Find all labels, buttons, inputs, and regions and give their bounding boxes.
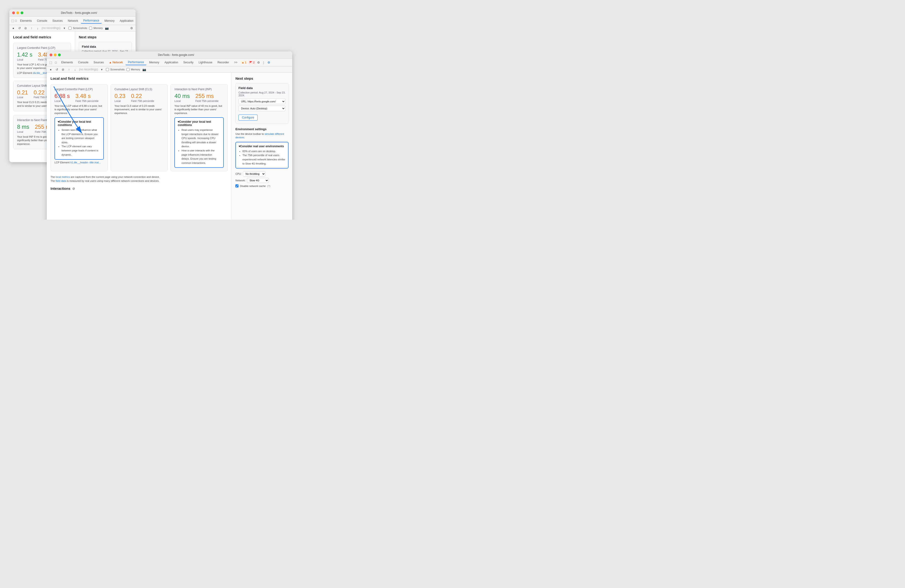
front-lcp-element-link[interactable]: h1.tile__header--title.mai...	[70, 161, 101, 164]
front-metrics-row: Largest Contentful Paint (LCP) 6.88 s Lo…	[51, 84, 228, 171]
front-disable-cache-checkbox[interactable]	[235, 184, 238, 187]
back-tab-memory[interactable]: Memory	[102, 18, 117, 23]
front-tab-performance[interactable]: Performance	[125, 60, 146, 65]
front-settings2-icon[interactable]: ⚙	[267, 60, 271, 65]
minimize-button-front[interactable]	[54, 54, 57, 56]
front-lcp-local-value: 6.88 s	[54, 93, 70, 100]
front-inp-consider-title: ▾Consider your local test conditions	[178, 120, 221, 127]
front-error-badge: 🚩 2	[248, 61, 256, 64]
front-inp-field-value: 255 ms	[195, 93, 219, 100]
front-no-recordings: (no recordings)	[79, 68, 98, 71]
back-dropdown-icon[interactable]: ▾	[62, 26, 67, 30]
front-network-select[interactable]: No throttling Slow 4G Fast 3G	[247, 178, 269, 183]
front-device-icon[interactable]: □	[54, 60, 58, 65]
back-record-icon[interactable]: ●	[11, 26, 16, 30]
front-configure-button[interactable]: Configure	[238, 114, 258, 120]
front-cls-field-group: 0.22 Field 75th percentile	[131, 93, 154, 102]
back-tab-sources[interactable]: Sources	[50, 18, 65, 23]
back-download-icon[interactable]: ↓	[35, 26, 40, 30]
maximize-button-front[interactable]	[58, 54, 61, 56]
front-record-icon[interactable]: ●	[49, 67, 53, 71]
back-lcp-title: Largest Contentful Paint (LCP)	[17, 46, 67, 49]
front-tab-console[interactable]: Console	[76, 60, 91, 65]
maximize-button-back[interactable]	[21, 11, 23, 14]
back-upload-icon[interactable]: ↑	[29, 26, 34, 30]
back-inp-local-value: 8 ms	[17, 124, 29, 130]
front-url-select[interactable]: URL: https://fonts.google.com/	[238, 98, 286, 104]
front-download-icon[interactable]: ↓	[73, 67, 77, 71]
front-tab-more[interactable]: >>	[232, 60, 240, 65]
front-more-icon[interactable]: ⋮	[262, 60, 266, 65]
front-field-note: The local metrics are captured from the …	[51, 175, 228, 183]
back-section-title: Local and field metrics	[13, 35, 71, 39]
front-clear-icon[interactable]: ⊘	[61, 67, 65, 71]
front-consider-real-item-0: 83% of users are on desktop.	[243, 149, 285, 154]
minimize-button-back[interactable]	[16, 11, 19, 14]
front-refresh-icon[interactable]: ↺	[55, 67, 59, 71]
front-inp-consider-item-1: How a user interacts with the page influ…	[181, 149, 221, 165]
front-dropdown-icon[interactable]: ▾	[100, 67, 104, 71]
front-tab-sources[interactable]: Sources	[91, 60, 106, 65]
front-inp-field-label: Field 75th percentile	[195, 100, 219, 102]
back-screenshots-label[interactable]: Screenshots	[68, 27, 87, 30]
back-memory-checkbox[interactable]	[89, 27, 92, 30]
front-consider-real-title: ▾Consider real user environments	[239, 145, 285, 148]
front-consider-real-item-1: The 75th percentile of real users experi…	[243, 153, 285, 166]
front-screenshots-label[interactable]: Screenshots	[106, 68, 125, 71]
device-icon[interactable]: □	[15, 19, 17, 23]
front-cls-title: Cumulative Layout Shift (CLS)	[114, 88, 164, 91]
back-screenshots-checkbox[interactable]	[68, 27, 71, 30]
front-upload-icon[interactable]: ↑	[67, 67, 71, 71]
front-cls-local-value: 0.23	[114, 93, 125, 100]
back-capture-icon[interactable]: 📷	[105, 26, 109, 30]
back-clear-icon[interactable]: ⊘	[23, 26, 28, 30]
front-tab-recorder[interactable]: Recorder	[215, 60, 231, 65]
front-inp-local-label: Local	[175, 100, 190, 102]
back-refresh-icon[interactable]: ↺	[17, 26, 22, 30]
front-memory-checkbox[interactable]	[127, 68, 130, 71]
front-lcp-values: 6.88 s Local 3.48 s Field 75th percentil…	[54, 93, 104, 102]
front-cls-field-label: Field 75th percentile	[131, 100, 154, 102]
front-tab-lighthouse[interactable]: Lighthouse	[196, 60, 214, 65]
front-local-metrics-link[interactable]: local metrics	[56, 176, 70, 178]
inspect-icon[interactable]: ⬚	[11, 19, 14, 23]
front-inspect-icon[interactable]: ⬚	[49, 60, 53, 65]
front-field-data-period: Collection period: Aug 27, 2024 - Sep 23…	[238, 91, 286, 97]
front-tab-security[interactable]: Security	[181, 60, 196, 65]
front-consider-real-users: ▾Consider real user environments 83% of …	[235, 142, 289, 168]
front-lcp-local-group: 6.88 s Local	[54, 93, 70, 102]
front-device-select[interactable]: Device: Auto (Desktop)	[238, 106, 286, 111]
front-side-panel: Next steps Field data Collection period:…	[232, 73, 292, 220]
front-cpu-select[interactable]: No throttling 2x slowdown 4x slowdown 6x…	[243, 171, 265, 176]
front-settings-icon[interactable]: ⚙	[256, 60, 261, 65]
front-tab-application[interactable]: Application	[162, 60, 181, 65]
front-inp-local-group: 40 ms Local	[175, 93, 190, 102]
close-button-front[interactable]	[49, 54, 52, 56]
back-settings2-icon[interactable]: ⚙	[130, 26, 134, 30]
front-lcp-field-group: 3.48 s Field 75th percentile	[75, 93, 98, 102]
back-nav-tabs: Elements Console Sources Network Perform…	[18, 18, 136, 24]
front-window-title: DevTools - fonts.google.com/	[63, 53, 289, 57]
back-tab-network[interactable]: Network	[65, 18, 81, 23]
back-tab-performance[interactable]: Performance	[81, 18, 102, 24]
back-title-bar: DevTools - fonts.google.com/	[10, 10, 136, 17]
front-recording-bar: ● ↺ ⊘ ↑ ↓ (no recordings) ▾ Screenshots …	[47, 67, 292, 73]
front-network-label: Network:	[235, 179, 246, 182]
front-tab-elements[interactable]: Elements	[59, 60, 75, 65]
front-tab-network[interactable]: ▲ Network	[106, 60, 125, 65]
back-memory-label[interactable]: Memory	[89, 27, 103, 30]
front-screenshots-checkbox[interactable]	[106, 68, 109, 71]
back-tab-application[interactable]: Application	[117, 18, 136, 23]
front-memory-label[interactable]: Memory	[127, 68, 140, 71]
back-tab-elements[interactable]: Elements	[18, 18, 34, 23]
close-button-back[interactable]	[12, 11, 15, 14]
front-cls-local-group: 0.23 Local	[114, 93, 125, 102]
front-tab-memory[interactable]: Memory	[147, 60, 162, 65]
back-tab-console[interactable]: Console	[35, 18, 49, 23]
back-cls-local-group: 0.21 Local	[17, 89, 28, 99]
front-warning-badge: ▲ 1	[241, 61, 247, 64]
front-field-data-link[interactable]: field data	[56, 179, 66, 182]
front-capture-icon[interactable]: 📷	[142, 67, 146, 71]
front-lcp-desc: Your local LCP value of 6.88 s is poor, …	[54, 104, 104, 115]
front-lcp-title: Largest Contentful Paint (LCP)	[54, 88, 104, 91]
